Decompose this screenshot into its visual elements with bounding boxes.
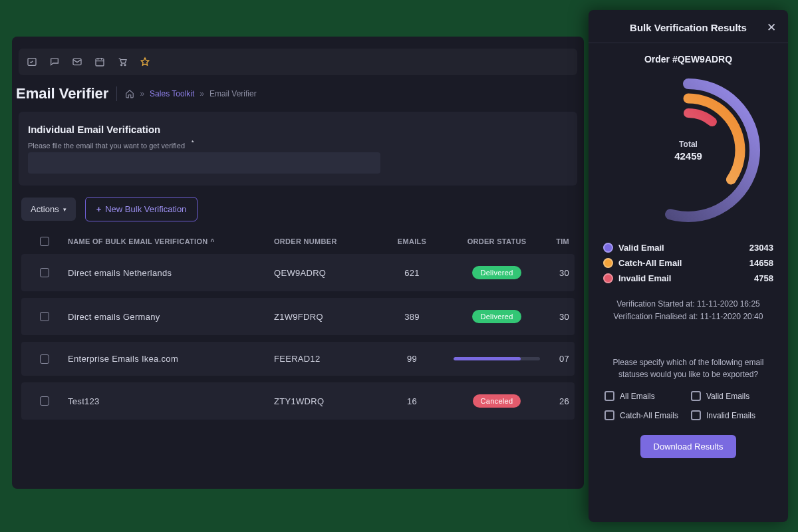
export-label-all: All Emails	[620, 392, 655, 401]
plus-icon: +	[96, 204, 102, 214]
legend-row-valid: Valid Email 23043	[603, 243, 773, 253]
dot-invalid-icon	[603, 273, 613, 283]
legend-row-catch: Catch-All Email 14658	[603, 258, 773, 268]
results-side-panel: Bulk Verification Results ✕ Order #QEW9A…	[589, 10, 788, 522]
row-checkbox[interactable]	[40, 396, 49, 406]
donut-total-label: Total	[679, 140, 698, 149]
legend-value-catch: 14658	[749, 258, 773, 268]
cell-status: Delivered	[450, 266, 543, 279]
row-checkbox[interactable]	[40, 354, 49, 364]
select-all-checkbox[interactable]	[40, 237, 49, 246]
cell-order: QEW9ADRQ	[274, 268, 374, 278]
svg-point-4	[124, 65, 126, 66]
new-bulk-verification-button[interactable]: + New Bulk Verification	[85, 197, 198, 221]
progress-bar	[454, 357, 540, 360]
mail-icon[interactable]	[72, 57, 82, 67]
breadcrumb-current: Email Verifier	[209, 89, 257, 98]
cell-time: 07	[543, 354, 573, 364]
close-icon[interactable]: ✕	[767, 22, 776, 33]
svg-point-3	[121, 65, 122, 66]
export-option-invalid[interactable]: Invalid Emails	[691, 410, 772, 420]
results-donut-chart: Total 42459	[612, 74, 765, 227]
col-header-order[interactable]: ORDER NUMBER	[274, 237, 374, 245]
breadcrumb-separator: »	[140, 89, 144, 98]
individual-verification-hint: Please file the email that you want to g…	[28, 142, 568, 150]
cell-emails: 16	[374, 396, 450, 406]
cell-time: 30	[543, 312, 573, 322]
status-badge: Delivered	[472, 310, 521, 323]
actions-label: Actions	[31, 204, 59, 214]
cell-name: Direct emails Netherlands	[68, 268, 274, 278]
donut-center: Total 42459	[612, 74, 765, 227]
verification-timestamps: Verification Started at: 11-11-2020 16:2…	[589, 295, 788, 323]
side-panel-header: Bulk Verification Results ✕	[589, 22, 788, 43]
export-option-catch[interactable]: Catch-All Emails	[604, 410, 686, 420]
table-row[interactable]: Enterprise Emails Ikea.com FEERAD12 99 0…	[21, 342, 575, 376]
legend-value-invalid: 4758	[754, 273, 773, 283]
cell-emails: 389	[374, 312, 450, 322]
order-title: Order #QEW9ADRQ	[589, 43, 788, 70]
breadcrumb-separator: »	[200, 89, 204, 98]
cell-name: Enterprise Emails Ikea.com	[68, 354, 274, 364]
cart-icon[interactable]	[117, 57, 128, 67]
row-checkbox[interactable]	[40, 312, 49, 321]
svg-rect-2	[96, 59, 104, 66]
checkbox-icon[interactable]	[691, 410, 701, 420]
chevron-down-icon: ▾	[63, 206, 66, 213]
legend-label-valid: Valid Email	[618, 243, 664, 253]
table-row[interactable]: Test123 ZTY1WDRQ 16 Canceled 26	[21, 382, 575, 420]
table-row[interactable]: Direct emails Germany Z1W9FDRQ 389 Deliv…	[21, 298, 575, 335]
actions-row: Actions ▾ + New Bulk Verification	[21, 197, 198, 221]
top-toolbar	[19, 49, 577, 75]
export-label-invalid: Invalid Emails	[706, 411, 755, 420]
col-header-name[interactable]: NAME OF BULK EMAIL VERIFICATION	[68, 237, 208, 245]
cell-time: 26	[543, 396, 573, 406]
cell-name: Test123	[68, 396, 274, 406]
checkbox-icon[interactable]	[691, 391, 701, 401]
donut-total-value: 42459	[674, 150, 702, 162]
page-title: Email Verifier	[16, 85, 108, 102]
status-badge: Delivered	[472, 266, 521, 279]
export-option-valid[interactable]: Valid Emails	[691, 391, 772, 401]
legend-label-invalid: Invalid Email	[618, 273, 671, 283]
calendar-icon[interactable]	[94, 57, 105, 67]
table-row[interactable]: Direct emails Netherlands QEW9ADRQ 621 D…	[21, 254, 575, 291]
cell-order: Z1W9FDRQ	[274, 312, 374, 322]
export-option-all[interactable]: All Emails	[604, 391, 686, 401]
status-badge: Canceled	[473, 394, 521, 408]
verification-finished: Verification Finalised at: 11-11-2020 20…	[602, 311, 775, 323]
checkbox-icon[interactable]	[604, 391, 614, 401]
row-checkbox[interactable]	[40, 268, 49, 277]
individual-email-input[interactable]	[28, 152, 380, 174]
download-results-button[interactable]: Download Results	[640, 435, 737, 458]
breadcrumb-sales-toolkit[interactable]: Sales Toolkit	[150, 89, 194, 98]
actions-dropdown[interactable]: Actions ▾	[21, 198, 76, 221]
legend-label-catch: Catch-All Email	[618, 258, 682, 268]
cell-name: Direct emails Germany	[68, 312, 274, 322]
cell-status	[450, 357, 543, 360]
checklist-icon[interactable]	[27, 57, 37, 67]
cell-order: FEERAD12	[274, 354, 374, 364]
home-icon[interactable]	[125, 89, 134, 98]
cell-emails: 99	[374, 354, 450, 364]
legend-value-valid: 23043	[749, 243, 773, 253]
new-bulk-label: New Bulk Verification	[105, 204, 186, 214]
bulk-verification-table: NAME OF BULK EMAIL VERIFICATION ^ ORDER …	[21, 229, 575, 426]
side-panel-title: Bulk Verification Results	[630, 22, 747, 33]
page-header: Email Verifier » Sales Toolkit » Email V…	[16, 85, 575, 102]
divider	[116, 86, 117, 101]
checkbox-icon[interactable]	[604, 410, 614, 420]
export-label-catch: Catch-All Emails	[620, 411, 678, 420]
sort-ascending-icon[interactable]: ^	[211, 238, 215, 245]
col-header-emails[interactable]: EMAILS	[374, 237, 450, 245]
cell-status: Delivered	[450, 310, 543, 323]
individual-verification-panel: Individual Email Verification Please fil…	[19, 112, 577, 186]
cell-time: 30	[543, 268, 573, 278]
chat-icon[interactable]	[49, 57, 60, 67]
star-icon[interactable]	[140, 57, 150, 67]
export-options: All Emails Valid Emails Catch-All Emails…	[589, 387, 788, 431]
cell-order: ZTY1WDRQ	[274, 396, 374, 406]
col-header-time[interactable]: TIM	[543, 237, 573, 245]
col-header-status[interactable]: ORDER STATUS	[450, 237, 543, 245]
results-legend: Valid Email 23043 Catch-All Email 14658 …	[589, 235, 788, 295]
